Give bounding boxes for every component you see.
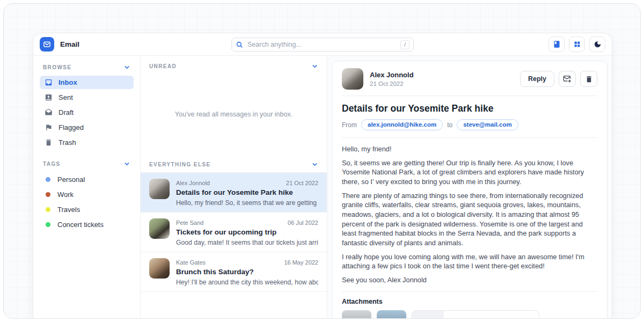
everything-else-label: EVERYTHING ELSE — [149, 162, 211, 167]
sender-avatar — [342, 68, 363, 90]
draft-icon — [45, 108, 53, 116]
tag-item-personal[interactable]: Personal — [40, 172, 134, 187]
email-list-item[interactable]: Kate Gates 16 May 2022 Brunch this Satur… — [141, 252, 327, 292]
forward-to-inbox-icon — [563, 75, 572, 83]
email-sender: Alex Jonnold — [176, 180, 210, 186]
app-body: BROWSE Inbox Sent — [33, 56, 612, 319]
chevron-down-icon — [123, 64, 130, 71]
avatar — [149, 179, 170, 199]
tags-section: TAGS Personal Work — [40, 159, 134, 232]
tag-color-dot — [46, 207, 50, 212]
email-list-item[interactable]: Pete Sand 06 Jul 2022 Tickets for our up… — [141, 213, 327, 252]
attachment-file-card[interactable]: videos-hike.zip 100 MB — [412, 310, 539, 319]
sidebar-item-trash[interactable]: Trash — [40, 136, 134, 149]
app-header: Email Search anything... / — [33, 33, 612, 56]
sender-identity: Alex Jonnold 21 Oct 2022 — [370, 71, 414, 87]
detail-subject: Details for our Yosemite Park hike — [342, 103, 597, 114]
brand: Email — [40, 37, 79, 52]
tag-label: Travels — [57, 206, 80, 214]
email-date: 16 May 2022 — [284, 259, 318, 266]
envelope-icon — [43, 40, 51, 48]
email-item-content: Alex Jonnold 21 Oct 2022 Details for our… — [176, 179, 318, 207]
chevron-down-icon — [311, 63, 318, 70]
sidebar-item-draft[interactable]: Draft — [40, 106, 134, 119]
unread-collapse-toggle[interactable] — [311, 63, 318, 70]
email-detail-pane: Alex Jonnold 21 Oct 2022 Reply — [327, 56, 612, 319]
detail-actions: Reply — [520, 71, 597, 87]
to-email-chip[interactable]: steve@mail.com — [457, 119, 518, 130]
sidebar-item-sent[interactable]: Sent — [40, 91, 134, 104]
to-label: to — [447, 121, 452, 129]
sidebar-item-flagged[interactable]: Flagged — [40, 121, 134, 134]
tag-item-concert-tickets[interactable]: Concert tickets — [40, 217, 134, 232]
sidebar-item-label: Flagged — [58, 123, 84, 131]
sidebar-item-label: Sent — [58, 93, 73, 101]
attachment-photo-thumbnail[interactable] — [342, 310, 371, 319]
unread-label: UNREAD — [149, 63, 177, 69]
tag-label: Work — [57, 191, 74, 199]
reply-button[interactable]: Reply — [520, 71, 554, 87]
search-input[interactable]: Search anything... / — [231, 38, 414, 52]
chevron-down-icon — [311, 161, 318, 168]
search-placeholder: Search anything... — [247, 41, 396, 48]
tags-collapse-toggle[interactable] — [123, 160, 130, 167]
detail-header: Alex Jonnold 21 Oct 2022 Reply — [342, 68, 597, 96]
unread-section-header: UNREAD — [141, 56, 327, 74]
email-sender: Pete Sand — [176, 219, 203, 226]
email-list-item[interactable]: Alex Jonnold 21 Oct 2022 Details for our… — [141, 173, 327, 213]
dark-mode-toggle[interactable] — [589, 36, 605, 52]
browser-frame: Email Search anything... / — [3, 3, 641, 319]
email-logo[interactable] — [40, 37, 54, 52]
from-email-chip[interactable]: alex.jonnold@hike.com — [361, 119, 443, 130]
tag-color-dot — [46, 177, 50, 182]
attachment-photo-thumbnail[interactable] — [377, 310, 406, 319]
detail-date: 21 Oct 2022 — [370, 80, 414, 87]
email-date: 21 Oct 2022 — [286, 180, 318, 186]
tag-item-work[interactable]: Work — [40, 187, 134, 202]
forward-button[interactable] — [559, 71, 576, 87]
file-name-link[interactable]: videos-hike.zip — [451, 317, 500, 319]
attachments-row: videos-hike.zip 100 MB — [342, 310, 597, 319]
tags-section-header: TAGS — [40, 159, 134, 172]
book-icon — [553, 40, 561, 48]
body-paragraph: There are plenty of amazing things to se… — [342, 191, 597, 248]
apps-button[interactable] — [569, 36, 585, 52]
email-snippet: Good day, mate! It seems that our ticket… — [176, 239, 318, 246]
avatar — [149, 218, 170, 239]
body-paragraph: I really hope you love coming along with… — [342, 252, 597, 271]
file-info: videos-hike.zip 100 MB — [444, 311, 500, 319]
trash-icon — [45, 138, 53, 147]
detail-sender-name: Alex Jonnold — [370, 71, 414, 79]
from-to-row: From alex.jonnold@hike.com to steve@mail… — [342, 119, 597, 138]
tag-item-travels[interactable]: Travels — [40, 202, 134, 217]
email-detail-card: Alex Jonnold 21 Oct 2022 Reply — [332, 61, 608, 319]
flag-icon — [45, 123, 53, 131]
body-paragraph: So, it seems we are getting there! Our t… — [342, 158, 597, 187]
delete-button[interactable] — [580, 71, 597, 87]
inbox-icon — [45, 78, 53, 86]
everything-else-section-header: EVERYTHING ELSE — [141, 154, 327, 172]
email-item-content: Pete Sand 06 Jul 2022 Tickets for our up… — [176, 218, 318, 246]
email-subject: Brunch this Saturday? — [176, 268, 318, 276]
email-date: 06 Jul 2022 — [288, 219, 318, 226]
header-actions — [548, 36, 605, 52]
email-sender: Kate Gates — [176, 259, 206, 266]
everything-else-collapse-toggle[interactable] — [311, 161, 318, 168]
email-snippet: Hello, my friend! So, it seems that we a… — [176, 199, 318, 207]
email-subject: Details for our Yosemite Park hike — [176, 188, 318, 196]
sidebar-item-inbox[interactable]: Inbox — [40, 76, 134, 89]
email-subject: Tickets for our upcoming trip — [176, 228, 318, 236]
email-body: Hello, my friend! So, it seems we are ge… — [342, 138, 597, 292]
tag-label: Concert tickets — [57, 221, 104, 229]
from-label: From — [342, 121, 357, 129]
docs-button[interactable] — [548, 36, 565, 52]
apps-grid-icon — [573, 40, 581, 48]
browse-collapse-toggle[interactable] — [123, 64, 130, 71]
browse-section-header: BROWSE — [40, 63, 134, 76]
sidebar-item-label: Trash — [58, 138, 76, 147]
tag-label: Personal — [57, 175, 85, 184]
tags-label: TAGS — [43, 161, 61, 167]
avatar — [149, 258, 170, 279]
body-paragraph: See you soon, Alex Jonnold — [342, 275, 597, 285]
unread-empty-message: You've read all messages in your inbox. — [141, 74, 327, 154]
